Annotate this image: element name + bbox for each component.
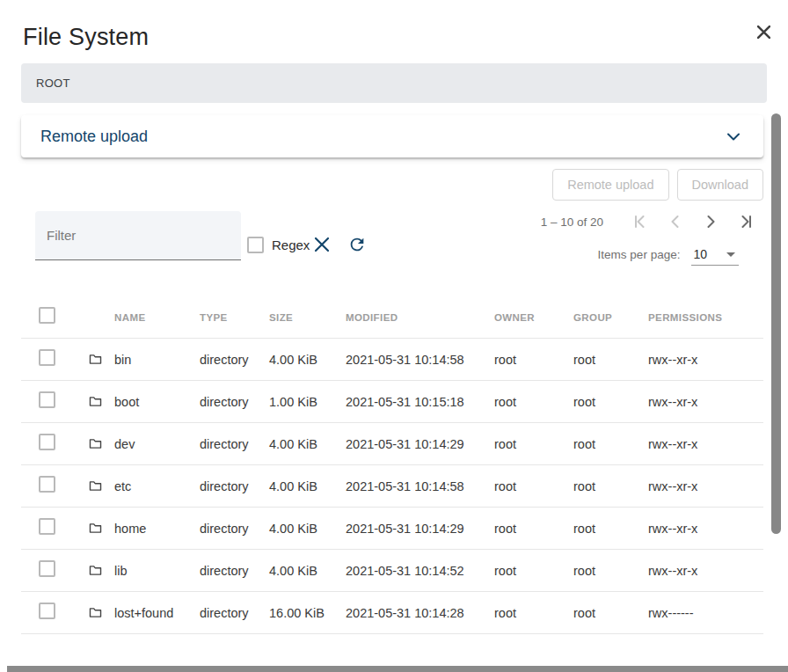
table-row[interactable]: dev directory 4.00 KiB 2021-05-31 10:14:… bbox=[21, 423, 763, 465]
file-permissions: rwx------ bbox=[648, 606, 763, 620]
refresh-icon bbox=[347, 235, 367, 254]
row-checkbox[interactable] bbox=[39, 518, 55, 535]
file-size: 4.00 KiB bbox=[269, 353, 346, 367]
toolbar: Remote upload Download bbox=[552, 169, 763, 201]
folder-icon bbox=[88, 394, 103, 409]
file-group: root bbox=[573, 395, 648, 409]
table-row[interactable]: lib directory 4.00 KiB 2021-05-31 10:14:… bbox=[21, 550, 763, 592]
paginator-range-label: 1 – 10 of 20 bbox=[541, 215, 603, 229]
previous-page-button[interactable] bbox=[658, 206, 693, 237]
items-per-page-value: 10 bbox=[693, 247, 707, 261]
items-per-page: Items per page: 10 bbox=[598, 247, 739, 266]
folder-icon bbox=[88, 352, 103, 367]
table-row[interactable]: lost+found directory 16.00 KiB 2021-05-3… bbox=[21, 592, 763, 634]
file-size: 4.00 KiB bbox=[269, 437, 346, 451]
next-page-icon bbox=[700, 211, 721, 232]
filter-input[interactable] bbox=[35, 228, 241, 243]
file-modified: 2021-05-31 10:15:18 bbox=[346, 395, 494, 409]
previous-page-icon bbox=[665, 211, 686, 232]
file-owner: root bbox=[494, 395, 573, 409]
table-row[interactable]: home directory 4.00 KiB 2021-05-31 10:14… bbox=[21, 508, 763, 550]
file-type: directory bbox=[200, 395, 269, 409]
row-checkbox[interactable] bbox=[39, 476, 55, 493]
folder-icon bbox=[88, 478, 103, 493]
items-per-page-select[interactable]: 10 bbox=[691, 247, 739, 266]
row-checkbox[interactable] bbox=[39, 560, 55, 577]
next-page-button[interactable] bbox=[693, 206, 728, 237]
file-permissions: rwx--xr-x bbox=[648, 437, 763, 451]
close-icon bbox=[757, 26, 770, 39]
file-type: directory bbox=[200, 479, 269, 493]
remote-upload-button[interactable]: Remote upload bbox=[552, 169, 668, 201]
folder-icon bbox=[88, 605, 103, 620]
paginator: 1 – 10 of 20 bbox=[541, 206, 763, 237]
file-name[interactable]: bin bbox=[114, 353, 131, 367]
row-checkbox[interactable] bbox=[39, 349, 55, 366]
file-owner: root bbox=[494, 606, 573, 620]
file-type: directory bbox=[200, 522, 269, 536]
file-name[interactable]: dev bbox=[114, 437, 135, 451]
regex-option: Regex bbox=[247, 230, 310, 259]
file-group: root bbox=[573, 564, 648, 578]
row-checkbox[interactable] bbox=[39, 391, 55, 408]
first-page-icon bbox=[630, 211, 651, 232]
row-checkbox[interactable] bbox=[39, 603, 55, 619]
file-table: NAME TYPE SIZE MODIFIED OWNER GROUP PERM… bbox=[21, 296, 763, 634]
folder-icon bbox=[88, 436, 103, 451]
header-group: GROUP bbox=[573, 312, 648, 323]
file-owner: root bbox=[494, 564, 573, 578]
file-size: 16.00 KiB bbox=[269, 606, 346, 620]
file-permissions: rwx--xr-x bbox=[648, 564, 763, 578]
file-size: 4.00 KiB bbox=[269, 522, 346, 536]
clear-icon bbox=[313, 236, 331, 253]
file-group: root bbox=[573, 353, 648, 367]
regex-checkbox[interactable] bbox=[247, 237, 264, 253]
file-modified: 2021-05-31 10:14:52 bbox=[346, 564, 494, 578]
file-modified: 2021-05-31 10:14:29 bbox=[346, 522, 494, 536]
file-permissions: rwx--xr-x bbox=[648, 522, 763, 536]
file-modified: 2021-05-31 10:14:58 bbox=[346, 353, 494, 367]
file-group: root bbox=[573, 479, 648, 493]
regex-label: Regex bbox=[272, 237, 310, 252]
file-size: 1.00 KiB bbox=[269, 395, 346, 409]
file-group: root bbox=[573, 437, 648, 451]
file-size: 4.00 KiB bbox=[269, 479, 346, 493]
file-type: directory bbox=[200, 606, 269, 620]
download-button[interactable]: Download bbox=[677, 169, 764, 201]
file-owner: root bbox=[494, 353, 573, 367]
table-row[interactable]: boot directory 1.00 KiB 2021-05-31 10:15… bbox=[21, 381, 763, 423]
file-name[interactable]: boot bbox=[114, 395, 139, 409]
file-modified: 2021-05-31 10:14:29 bbox=[346, 437, 494, 451]
table-row[interactable]: bin directory 4.00 KiB 2021-05-31 10:14:… bbox=[21, 339, 763, 381]
file-permissions: rwx--xr-x bbox=[648, 353, 763, 367]
vertical-scrollbar-thumb[interactable] bbox=[771, 113, 781, 534]
select-all-checkbox[interactable] bbox=[39, 307, 55, 324]
file-name[interactable]: home bbox=[114, 522, 146, 536]
clear-filter-button[interactable] bbox=[310, 233, 333, 256]
file-type: directory bbox=[200, 564, 269, 578]
file-group: root bbox=[573, 522, 648, 536]
file-name[interactable]: lost+found bbox=[114, 606, 173, 620]
last-page-button[interactable] bbox=[728, 206, 763, 237]
filter-field bbox=[35, 211, 241, 260]
remote-upload-panel-header[interactable]: Remote upload bbox=[21, 115, 763, 157]
items-per-page-label: Items per page: bbox=[598, 248, 681, 261]
close-button[interactable] bbox=[753, 21, 774, 42]
first-page-button[interactable] bbox=[623, 206, 658, 237]
file-permissions: rwx--xr-x bbox=[648, 395, 763, 409]
file-name[interactable]: lib bbox=[114, 564, 128, 578]
page-title: File System bbox=[23, 24, 149, 51]
table-row[interactable]: etc directory 4.00 KiB 2021-05-31 10:14:… bbox=[21, 465, 763, 508]
row-checkbox[interactable] bbox=[39, 434, 55, 450]
horizontal-scrollbar-thumb[interactable] bbox=[7, 666, 788, 672]
panel-title: Remote upload bbox=[40, 128, 148, 146]
file-name[interactable]: etc bbox=[114, 479, 131, 493]
table-header-row: NAME TYPE SIZE MODIFIED OWNER GROUP PERM… bbox=[21, 296, 763, 339]
file-permissions: rwx--xr-x bbox=[648, 479, 763, 493]
table-body: bin directory 4.00 KiB 2021-05-31 10:14:… bbox=[21, 339, 763, 634]
file-size: 4.00 KiB bbox=[269, 564, 346, 578]
file-group: root bbox=[573, 606, 648, 620]
refresh-button[interactable] bbox=[346, 233, 368, 256]
folder-icon bbox=[88, 521, 103, 536]
breadcrumb[interactable]: ROOT bbox=[21, 63, 767, 103]
